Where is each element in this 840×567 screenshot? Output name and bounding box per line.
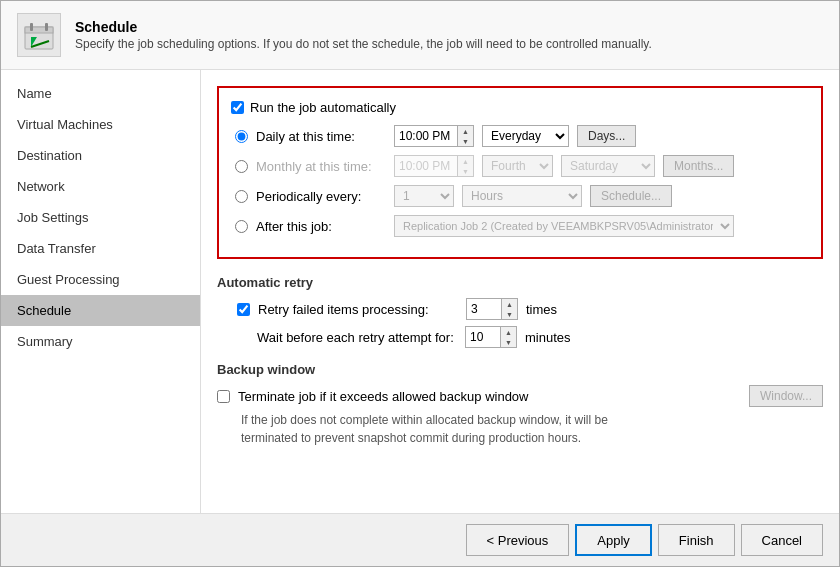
retry-checkbox[interactable]	[237, 303, 250, 316]
monthly-day-select[interactable]: Sunday Monday Tuesday Wednesday Thursday…	[561, 155, 655, 177]
sidebar-item-destination[interactable]: Destination	[1, 140, 200, 171]
retry-title: Automatic retry	[217, 275, 823, 290]
wait-spinner[interactable]: ▲ ▼	[465, 326, 517, 348]
apply-button[interactable]: Apply	[575, 524, 652, 556]
retry-count-spinner[interactable]: ▲ ▼	[466, 298, 518, 320]
run-auto-label[interactable]: Run the job automatically	[250, 100, 396, 115]
retry-label[interactable]: Retry failed items processing:	[258, 302, 458, 317]
daily-time-spinner[interactable]: ▲ ▼	[394, 125, 474, 147]
retry-items-row: Retry failed items processing: ▲ ▼ times	[217, 298, 823, 320]
monthly-row: Monthly at this time: ▲ ▼ First Second T…	[231, 155, 809, 177]
backup-window-note: If the job does not complete within allo…	[217, 411, 823, 447]
periodic-row: Periodically every: 1 2 4 6 8 12 Hours M…	[231, 185, 809, 207]
sidebar-item-network[interactable]: Network	[1, 171, 200, 202]
run-auto-row: Run the job automatically	[231, 100, 809, 115]
sidebar-item-job-settings[interactable]: Job Settings	[1, 202, 200, 233]
sidebar-item-schedule[interactable]: Schedule	[1, 295, 200, 326]
sidebar: Name Virtual Machines Destination Networ…	[1, 70, 201, 513]
monthly-time-up[interactable]: ▲	[458, 156, 473, 166]
wait-down[interactable]: ▼	[501, 337, 516, 347]
after-job-row: After this job: Replication Job 2 (Creat…	[231, 215, 809, 237]
svg-rect-1	[25, 27, 53, 33]
sidebar-item-virtual-machines[interactable]: Virtual Machines	[1, 109, 200, 140]
backup-window-label[interactable]: Terminate job if it exceeds allowed back…	[238, 389, 529, 404]
days-button[interactable]: Days...	[577, 125, 636, 147]
periodic-label[interactable]: Periodically every:	[256, 189, 386, 204]
monthly-time-input[interactable]	[395, 156, 457, 176]
retry-wait-row: Wait before each retry attempt for: ▲ ▼ …	[217, 326, 823, 348]
previous-button[interactable]: < Previous	[466, 524, 570, 556]
wait-label: Wait before each retry attempt for:	[257, 330, 457, 345]
daily-radio[interactable]	[235, 130, 248, 143]
sidebar-item-guest-processing[interactable]: Guest Processing	[1, 264, 200, 295]
main-content: Run the job automatically Daily at this …	[201, 70, 839, 513]
periodic-radio[interactable]	[235, 190, 248, 203]
monthly-time-spinner[interactable]: ▲ ▼	[394, 155, 474, 177]
schedule-section: Run the job automatically Daily at this …	[217, 86, 823, 259]
cancel-button[interactable]: Cancel	[741, 524, 823, 556]
daily-time-up[interactable]: ▲	[458, 126, 473, 136]
wait-up[interactable]: ▲	[501, 327, 516, 337]
backup-window-checkbox[interactable]	[217, 390, 230, 403]
svg-rect-2	[30, 23, 33, 31]
sidebar-item-data-transfer[interactable]: Data Transfer	[1, 233, 200, 264]
backup-window-title: Backup window	[217, 362, 823, 377]
auto-retry-section: Automatic retry Retry failed items proce…	[217, 275, 823, 348]
daily-frequency-select[interactable]: Everyday Weekdays Weekends	[482, 125, 569, 147]
footer: < Previous Apply Finish Cancel	[1, 513, 839, 566]
daily-time-down[interactable]: ▼	[458, 136, 473, 146]
monthly-label[interactable]: Monthly at this time:	[256, 159, 386, 174]
page-title: Schedule	[75, 19, 652, 35]
after-job-select[interactable]: Replication Job 2 (Created by VEEAMBKPSR…	[394, 215, 734, 237]
after-job-label[interactable]: After this job:	[256, 219, 386, 234]
periodic-value-select[interactable]: 1 2 4 6 8 12	[394, 185, 454, 207]
retry-count-down[interactable]: ▼	[502, 309, 517, 319]
header-text: Schedule Specify the job scheduling opti…	[75, 19, 652, 51]
retry-count-up[interactable]: ▲	[502, 299, 517, 309]
daily-time-input[interactable]	[395, 126, 457, 146]
run-auto-checkbox[interactable]	[231, 101, 244, 114]
after-job-radio[interactable]	[235, 220, 248, 233]
monthly-time-down[interactable]: ▼	[458, 166, 473, 176]
monthly-radio[interactable]	[235, 160, 248, 173]
daily-label[interactable]: Daily at this time:	[256, 129, 386, 144]
wait-suffix: minutes	[525, 330, 571, 345]
monthly-week-select[interactable]: First Second Third Fourth Last	[482, 155, 553, 177]
retry-suffix: times	[526, 302, 557, 317]
retry-count-input[interactable]	[467, 299, 497, 319]
sidebar-item-summary[interactable]: Summary	[1, 326, 200, 357]
backup-window-section: Backup window Terminate job if it exceed…	[217, 362, 823, 447]
svg-rect-3	[45, 23, 48, 31]
schedule-icon	[17, 13, 61, 57]
daily-row: Daily at this time: ▲ ▼ Everyday Weekday…	[231, 125, 809, 147]
periodic-unit-select[interactable]: Hours Minutes	[462, 185, 582, 207]
finish-button[interactable]: Finish	[658, 524, 735, 556]
months-button[interactable]: Months...	[663, 155, 734, 177]
window-button[interactable]: Window...	[749, 385, 823, 407]
sidebar-item-name[interactable]: Name	[1, 78, 200, 109]
dialog-header: Schedule Specify the job scheduling opti…	[1, 1, 839, 70]
schedule-button[interactable]: Schedule...	[590, 185, 672, 207]
page-description: Specify the job scheduling options. If y…	[75, 37, 652, 51]
wait-input[interactable]	[466, 327, 496, 347]
